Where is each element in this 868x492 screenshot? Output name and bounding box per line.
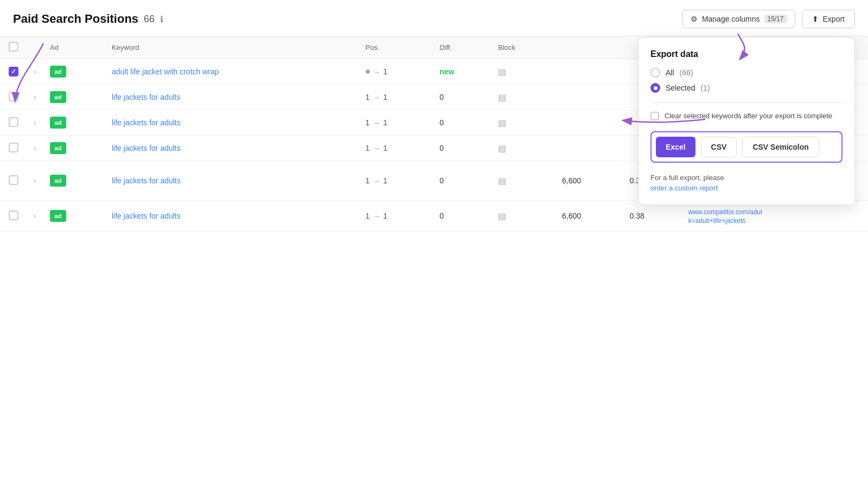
pos-from: 1 bbox=[366, 118, 370, 127]
ad-cell: ad bbox=[43, 161, 105, 201]
radio-all-circle bbox=[650, 68, 660, 78]
select-all-header[interactable] bbox=[0, 36, 27, 59]
keyword-cell: life jackets for adults bbox=[105, 110, 359, 136]
keyword-link[interactable]: life jackets for adults bbox=[112, 118, 181, 127]
row-checkbox[interactable] bbox=[9, 92, 18, 101]
keyword-link[interactable]: life jackets for adults bbox=[112, 93, 181, 101]
radio-all-option[interactable]: All (66) bbox=[650, 68, 843, 78]
keyword-link[interactable]: adult life jacket with crotch wrap bbox=[112, 67, 219, 76]
block-icon: ▤ bbox=[498, 176, 506, 186]
new-badge: new bbox=[439, 67, 454, 76]
keyword-cell: life jackets for adults bbox=[105, 136, 359, 161]
cpc-cell: 0.38 bbox=[623, 201, 682, 232]
info-icon[interactable]: ℹ bbox=[160, 14, 163, 24]
row-checkbox[interactable] bbox=[9, 210, 18, 220]
ad-cell: ad bbox=[43, 201, 105, 232]
full-export-note: For a full export, please order a custom… bbox=[650, 172, 843, 194]
pos-from: 1 bbox=[366, 176, 370, 185]
radio-all-count: (66) bbox=[680, 68, 693, 77]
radio-group: All (66) Selected (1) bbox=[650, 68, 843, 93]
volume-cell: 6,600 bbox=[556, 201, 623, 232]
pos-cell: 1 → 1 bbox=[359, 85, 433, 110]
pos-to: 1 bbox=[383, 212, 387, 220]
block-cell: ▤ bbox=[492, 161, 556, 201]
pos-from: 1 bbox=[366, 144, 370, 152]
full-export-text: For a full export, please bbox=[650, 174, 724, 182]
checkbox-cell[interactable] bbox=[0, 136, 27, 161]
pos-group: 1 → 1 bbox=[366, 176, 427, 185]
arrow-right: → bbox=[373, 68, 380, 76]
url-cell: www.competitor.com/adulk=adult+life+jack… bbox=[682, 201, 868, 232]
block-cell: ▤ bbox=[492, 59, 556, 85]
export-buttons-row: Excel CSV CSV Semicolon bbox=[650, 131, 843, 163]
keyword-link[interactable]: life jackets for adults bbox=[112, 144, 181, 152]
expand-cell[interactable]: › bbox=[27, 136, 43, 161]
csv-semicolon-button[interactable]: CSV Semicolon bbox=[742, 137, 819, 157]
export-icon: ⬆ bbox=[812, 15, 819, 23]
arrow-right: → bbox=[373, 177, 380, 185]
radio-selected-label: Selected bbox=[666, 84, 695, 92]
pos-to: 1 bbox=[383, 118, 387, 127]
keyword-link[interactable]: life jackets for adults bbox=[112, 212, 181, 220]
csv-button[interactable]: CSV bbox=[701, 137, 737, 157]
expand-cell[interactable]: › bbox=[27, 110, 43, 136]
manage-columns-label: Manage columns bbox=[702, 15, 760, 23]
ad-cell: ad bbox=[43, 136, 105, 161]
block-icon: ▤ bbox=[498, 144, 506, 153]
pos-from: 1 bbox=[366, 212, 370, 220]
select-all-checkbox[interactable] bbox=[9, 42, 18, 52]
volume-cell bbox=[556, 136, 623, 161]
url-link[interactable]: www.competitor.com/adulk=adult+life+jack… bbox=[688, 208, 762, 225]
radio-selected-option[interactable]: Selected (1) bbox=[650, 83, 843, 93]
checkbox-cell[interactable] bbox=[0, 161, 27, 201]
checkbox-cell[interactable] bbox=[0, 85, 27, 110]
dot-indicator bbox=[366, 69, 370, 74]
keyword-link[interactable]: life jackets for adults bbox=[112, 176, 181, 185]
row-checkbox[interactable] bbox=[9, 143, 18, 152]
radio-all-label: All bbox=[666, 68, 674, 77]
row-checkbox[interactable] bbox=[9, 117, 18, 127]
manage-columns-button[interactable]: ⚙ Manage columns 15/17 bbox=[682, 10, 795, 28]
pos-cell: → 1 bbox=[359, 59, 433, 85]
export-dropdown: Export data All (66) Selected (1) Clear … bbox=[638, 37, 855, 205]
row-checkbox[interactable] bbox=[9, 175, 18, 185]
pos-cell: 1 → 1 bbox=[359, 136, 433, 161]
pos-from: 1 bbox=[366, 93, 370, 101]
keyword-cell: life jackets for adults bbox=[105, 161, 359, 201]
checkbox-cell[interactable] bbox=[0, 59, 27, 85]
ad-cell: ad bbox=[43, 85, 105, 110]
expand-cell[interactable]: › bbox=[27, 59, 43, 85]
row-checkbox[interactable] bbox=[9, 67, 18, 76]
expand-cell[interactable]: › bbox=[27, 85, 43, 110]
expand-cell[interactable]: › bbox=[27, 161, 43, 201]
ad-cell: ad bbox=[43, 110, 105, 136]
diff-cell: new bbox=[433, 59, 492, 85]
arrow-right: → bbox=[373, 212, 380, 220]
expand-cell[interactable]: › bbox=[27, 201, 43, 232]
export-button[interactable]: ⬆ Export bbox=[802, 10, 855, 28]
clear-label: Clear selected keywords after your expor… bbox=[665, 111, 832, 122]
page-wrapper: Paid Search Positions 66 ℹ ⚙ Manage colu… bbox=[0, 0, 868, 492]
pos-value: 1 bbox=[384, 67, 388, 76]
ad-badge: ad bbox=[50, 66, 66, 78]
block-cell: ▤ bbox=[492, 201, 556, 232]
ad-badge: ad bbox=[50, 210, 66, 222]
order-custom-report-link[interactable]: order a custom report bbox=[650, 184, 718, 192]
table-row: › ad life jackets for adults 1 → 1 bbox=[0, 201, 868, 232]
checkbox-cell[interactable] bbox=[0, 201, 27, 232]
keyword-cell: life jackets for adults bbox=[105, 85, 359, 110]
radio-selected-count: (1) bbox=[700, 84, 710, 92]
block-icon: ▤ bbox=[498, 67, 506, 76]
excel-button[interactable]: Excel bbox=[656, 137, 695, 157]
pos-group: → 1 bbox=[366, 67, 427, 76]
export-label: Export bbox=[823, 15, 845, 23]
export-dropdown-title: Export data bbox=[650, 49, 843, 59]
checkbox-cell[interactable] bbox=[0, 110, 27, 136]
page-title: Paid Search Positions bbox=[13, 12, 138, 26]
block-cell: ▤ bbox=[492, 110, 556, 136]
clear-checkbox[interactable] bbox=[650, 112, 659, 120]
pos-group: 1 → 1 bbox=[366, 212, 427, 220]
header-actions: ⚙ Manage columns 15/17 ⬆ Export bbox=[682, 10, 855, 28]
gear-icon: ⚙ bbox=[691, 15, 698, 23]
diff-cell: 0 bbox=[433, 161, 492, 201]
